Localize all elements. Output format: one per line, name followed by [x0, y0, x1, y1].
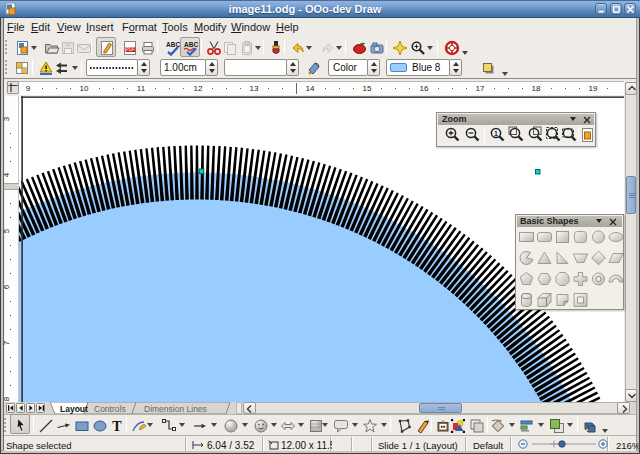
- svg-text:1: 1: [494, 130, 498, 137]
- svg-text:ABC: ABC: [166, 41, 180, 48]
- svg-text:ABC: ABC: [184, 41, 198, 48]
- svg-text:PDF: PDF: [126, 47, 135, 52]
- svg-text:T: T: [112, 419, 122, 434]
